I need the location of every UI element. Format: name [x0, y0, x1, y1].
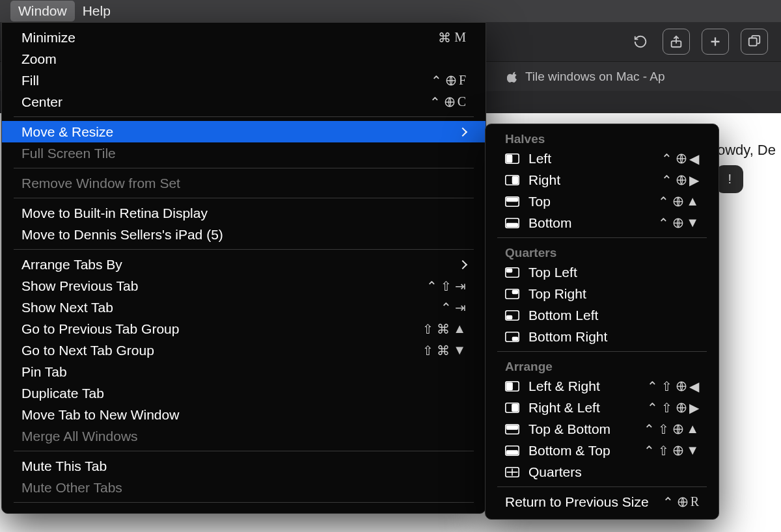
- menu-item-label: Bottom: [528, 215, 658, 231]
- chevron-right-icon: [458, 259, 467, 269]
- menu-item-mute-other-tabs[interactable]: Mute Other Tabs: [2, 477, 486, 498]
- half-right-icon: [505, 175, 519, 185]
- menu-item-label: Quarters: [528, 464, 700, 480]
- submenu-item-bottom-right[interactable]: Bottom Right: [486, 326, 719, 347]
- menu-item-label: Bottom Right: [528, 329, 700, 345]
- q-tr-icon: [505, 289, 519, 299]
- q-bl-icon: [505, 310, 519, 321]
- submenu-item-top-right[interactable]: Top Right: [486, 283, 719, 304]
- menu-item-label: Top Left: [528, 265, 700, 280]
- submenu-item-right[interactable]: Right⌃▶: [486, 169, 719, 191]
- menu-item-merge-all-windows[interactable]: Merge All Windows: [2, 425, 486, 447]
- menu-item-label: Arrange Tabs By: [21, 257, 459, 273]
- menu-item-label: Fill: [21, 73, 431, 88]
- submenu-item-quarters[interactable]: Quarters: [486, 461, 719, 483]
- menu-item-go-to-next-tab-group[interactable]: Go to Next Tab Group⇧⌘▼: [2, 339, 486, 361]
- menu-item-label: Merge All Windows: [21, 429, 467, 444]
- menu-item-duplicate-tab[interactable]: Duplicate Tab: [2, 382, 486, 404]
- svg-rect-8: [513, 176, 518, 183]
- menu-item-move-resize[interactable]: Move & Resize: [2, 121, 486, 142]
- menu-item-move-to-built-in-retina-display[interactable]: Move to Built-in Retina Display: [2, 202, 486, 224]
- submenu-item-return-to-previous-size[interactable]: Return to Previous Size⌃R: [486, 491, 719, 512]
- menu-item-move-to-dennis-sellers-s-ipad-5[interactable]: Move to Dennis Sellers's iPad (5): [2, 224, 486, 245]
- menubar-help[interactable]: Help: [75, 1, 118, 21]
- menu-item-show-previous-tab[interactable]: Show Previous Tab⌃⇧⇥: [2, 275, 486, 297]
- submenu-item-top-left[interactable]: Top Left: [486, 261, 719, 283]
- menu-separator: [497, 237, 707, 238]
- submenu-item-bottom[interactable]: Bottom⌃▼: [486, 212, 719, 233]
- new-tab-button[interactable]: [702, 29, 729, 55]
- menu-item-label: Full Screen Tile: [21, 146, 467, 161]
- half-bottom-icon: [505, 218, 519, 228]
- menu-item-label: Bottom Left: [528, 308, 700, 323]
- window-menu: Minimize⌘MZoomFill⌃FCenter⌃CMove & Resiz…: [1, 22, 486, 514]
- menu-item-label: Pin Tab: [21, 364, 467, 380]
- menu-item-pin-tab[interactable]: Pin Tab: [2, 361, 486, 382]
- menu-item-label: Zoom: [21, 51, 467, 67]
- menu-separator: [14, 168, 474, 168]
- submenu-header-quarters: Quarters: [486, 242, 719, 261]
- menu-item-arrange-tabs-by[interactable]: Arrange Tabs By: [2, 254, 486, 275]
- svg-rect-25: [507, 382, 512, 390]
- submenu-header-arrange: Arrange: [486, 356, 719, 375]
- menu-item-label: Mute Other Tabs: [21, 480, 467, 496]
- menu-item-label: Move Tab to New Window: [21, 407, 467, 423]
- menu-separator: [14, 502, 474, 503]
- svg-rect-14: [507, 223, 518, 226]
- menu-item-remove-window-from-set[interactable]: Remove Window from Set: [2, 172, 486, 194]
- menu-item-move-tab-to-new-window[interactable]: Move Tab to New Window: [2, 404, 486, 425]
- svg-rect-1: [749, 38, 757, 46]
- menubar: Window Help: [0, 0, 781, 22]
- menu-item-label: Left: [528, 151, 661, 166]
- menu-item-label: Right: [528, 172, 661, 188]
- reload-button[interactable]: [630, 29, 651, 55]
- tab-overview-button[interactable]: [741, 29, 768, 55]
- submenu-item-right-left[interactable]: Right & Left⌃⇧▶: [486, 397, 719, 418]
- page-bubble: !: [716, 165, 743, 193]
- submenu-item-left-right[interactable]: Left & Right⌃⇧◀: [486, 375, 719, 397]
- menu-item-label: Top & Bottom: [528, 421, 644, 437]
- split-rl-icon: [505, 403, 519, 413]
- menu-item-label: Remove Window from Set: [21, 176, 467, 191]
- menu-item-full-screen-tile[interactable]: Full Screen Tile: [2, 142, 486, 164]
- menu-item-minimize[interactable]: Minimize⌘M: [2, 27, 486, 48]
- svg-rect-21: [507, 315, 512, 319]
- menu-item-go-to-previous-tab-group[interactable]: Go to Previous Tab Group⇧⌘▲: [2, 318, 486, 339]
- menu-item-label: Bottom & Top: [528, 443, 644, 459]
- menu-item-show-next-tab[interactable]: Show Next Tab⌃⇥: [2, 297, 486, 318]
- half-top-icon: [505, 196, 519, 207]
- share-button[interactable]: [663, 29, 690, 55]
- move-resize-submenu: HalvesLeft⌃◀Right⌃▶Top⌃▲Bottom⌃▼Quarters…: [485, 124, 719, 520]
- menu-item-label: Duplicate Tab: [21, 386, 467, 401]
- submenu-item-bottom-top[interactable]: Bottom & Top⌃⇧▼: [486, 440, 719, 461]
- tab-label: Tile windows on Mac - Ap: [525, 70, 665, 84]
- submenu-item-bottom-left[interactable]: Bottom Left: [486, 304, 719, 326]
- menu-item-fill[interactable]: Fill⌃F: [2, 70, 486, 91]
- menubar-window[interactable]: Window: [10, 1, 75, 21]
- svg-rect-37: [507, 451, 518, 454]
- q-br-icon: [505, 332, 519, 342]
- menu-separator: [14, 451, 474, 451]
- quarters-icon: [505, 467, 519, 477]
- svg-rect-19: [513, 290, 518, 293]
- menu-item-label: Minimize: [21, 30, 438, 46]
- menu-item-mute-this-tab[interactable]: Mute This Tab: [2, 455, 486, 477]
- submenu-header-halves: Halves: [486, 128, 719, 148]
- menu-item-label: Right & Left: [528, 400, 647, 416]
- menu-item-label: Return to Previous Size: [505, 494, 663, 510]
- menu-item-label: Center: [21, 94, 430, 110]
- menu-item-label: Move to Built-in Retina Display: [21, 206, 467, 221]
- split-bt-icon: [505, 446, 519, 456]
- menu-item-label: Top Right: [528, 286, 700, 302]
- menu-item-label: Show Next Tab: [21, 300, 441, 315]
- menu-separator: [497, 486, 707, 487]
- menu-item-zoom[interactable]: Zoom: [2, 48, 486, 70]
- menu-item-label: Move & Resize: [21, 124, 459, 140]
- submenu-item-left[interactable]: Left⌃◀: [486, 148, 719, 169]
- menu-item-label: Show Previous Tab: [21, 278, 426, 294]
- apple-icon: [507, 71, 519, 83]
- submenu-item-top[interactable]: Top⌃▲: [486, 191, 719, 212]
- menu-item-center[interactable]: Center⌃C: [2, 91, 486, 113]
- split-lr-icon: [505, 381, 519, 392]
- submenu-item-top-bottom[interactable]: Top & Bottom⌃⇧▲: [486, 418, 719, 440]
